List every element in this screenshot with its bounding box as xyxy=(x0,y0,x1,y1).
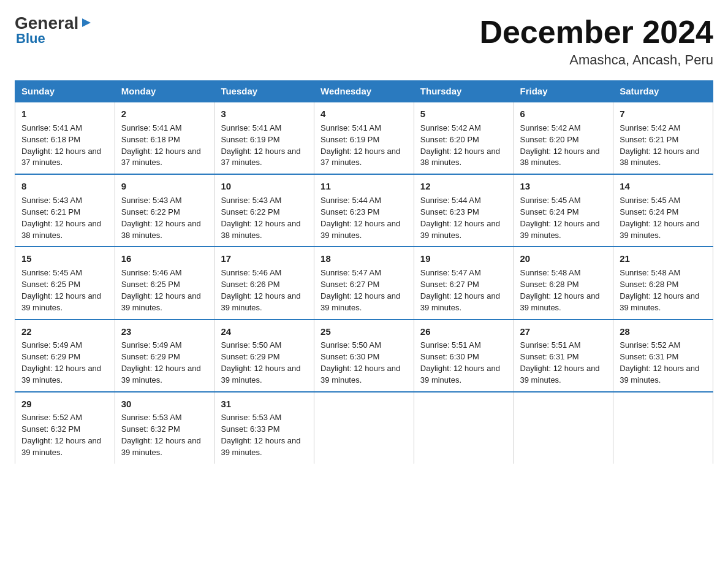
sunrise-text: Sunrise: 5:41 AM xyxy=(21,123,82,132)
daylight-text: Daylight: 12 hours and 39 minutes. xyxy=(221,364,300,385)
sunrise-text: Sunrise: 5:42 AM xyxy=(620,123,680,132)
calendar-cell: 27Sunrise: 5:51 AMSunset: 6:31 PMDayligh… xyxy=(514,320,613,392)
sunrise-text: Sunrise: 5:52 AM xyxy=(620,340,680,350)
calendar-cell: 15Sunrise: 5:45 AMSunset: 6:25 PMDayligh… xyxy=(15,247,115,319)
calendar-cell: 22Sunrise: 5:49 AMSunset: 6:29 PMDayligh… xyxy=(15,320,115,392)
sunrise-text: Sunrise: 5:48 AM xyxy=(520,268,581,277)
day-number: 28 xyxy=(620,325,707,339)
day-number: 20 xyxy=(520,252,607,266)
day-number: 25 xyxy=(320,325,408,339)
calendar-cell: 16Sunrise: 5:46 AMSunset: 6:25 PMDayligh… xyxy=(115,247,214,319)
day-number: 12 xyxy=(420,180,507,193)
daylight-text: Daylight: 12 hours and 38 minutes. xyxy=(21,219,101,240)
day-number: 9 xyxy=(121,180,208,193)
sunrise-text: Sunrise: 5:41 AM xyxy=(121,123,182,132)
calendar-cell: 31Sunrise: 5:53 AMSunset: 6:33 PMDayligh… xyxy=(214,392,314,464)
sunset-text: Sunset: 6:21 PM xyxy=(620,135,678,144)
day-number: 5 xyxy=(420,107,507,121)
sunset-text: Sunset: 6:32 PM xyxy=(21,424,80,434)
sunrise-text: Sunrise: 5:43 AM xyxy=(221,196,281,205)
sunrise-text: Sunrise: 5:43 AM xyxy=(21,196,82,205)
daylight-text: Daylight: 12 hours and 38 minutes. xyxy=(620,147,699,167)
daylight-text: Daylight: 12 hours and 38 minutes. xyxy=(420,147,500,167)
daylight-text: Daylight: 12 hours and 37 minutes. xyxy=(320,147,400,167)
calendar-cell: 19Sunrise: 5:47 AMSunset: 6:27 PMDayligh… xyxy=(414,247,514,319)
sunrise-text: Sunrise: 5:44 AM xyxy=(320,196,381,205)
calendar-cell: 24Sunrise: 5:50 AMSunset: 6:29 PMDayligh… xyxy=(214,320,314,392)
calendar-cell: 11Sunrise: 5:44 AMSunset: 6:23 PMDayligh… xyxy=(314,174,414,247)
sunrise-text: Sunrise: 5:45 AM xyxy=(21,268,82,277)
daylight-text: Daylight: 12 hours and 39 minutes. xyxy=(221,436,300,457)
calendar-week-row: 22Sunrise: 5:49 AMSunset: 6:29 PMDayligh… xyxy=(15,320,713,392)
svg-marker-0 xyxy=(82,18,91,27)
col-sunday: Sunday xyxy=(15,81,115,102)
calendar-week-row: 8Sunrise: 5:43 AMSunset: 6:21 PMDaylight… xyxy=(15,174,713,247)
col-friday: Friday xyxy=(514,81,613,102)
logo-triangle-icon xyxy=(80,16,93,29)
day-number: 21 xyxy=(620,252,707,266)
daylight-text: Daylight: 12 hours and 37 minutes. xyxy=(221,147,300,167)
day-number: 31 xyxy=(221,397,308,411)
calendar-cell xyxy=(414,392,514,464)
sunrise-text: Sunrise: 5:47 AM xyxy=(320,268,381,277)
sunset-text: Sunset: 6:21 PM xyxy=(21,207,80,216)
sunset-text: Sunset: 6:19 PM xyxy=(320,135,379,144)
sunset-text: Sunset: 6:30 PM xyxy=(420,352,479,361)
sunset-text: Sunset: 6:20 PM xyxy=(420,135,479,144)
sunrise-text: Sunrise: 5:50 AM xyxy=(221,340,281,350)
sunset-text: Sunset: 6:24 PM xyxy=(520,207,579,216)
calendar-week-row: 29Sunrise: 5:52 AMSunset: 6:32 PMDayligh… xyxy=(15,392,713,464)
day-number: 15 xyxy=(21,252,108,266)
sunset-text: Sunset: 6:20 PM xyxy=(520,135,579,144)
daylight-text: Daylight: 12 hours and 39 minutes. xyxy=(520,291,600,312)
sunrise-text: Sunrise: 5:42 AM xyxy=(520,123,581,132)
sunset-text: Sunset: 6:32 PM xyxy=(121,424,180,434)
calendar-cell: 17Sunrise: 5:46 AMSunset: 6:26 PMDayligh… xyxy=(214,247,314,319)
daylight-text: Daylight: 12 hours and 39 minutes. xyxy=(420,291,500,312)
location-title: Amashca, Ancash, Peru xyxy=(479,52,713,68)
daylight-text: Daylight: 12 hours and 39 minutes. xyxy=(520,219,600,240)
calendar-table: Sunday Monday Tuesday Wednesday Thursday… xyxy=(15,80,713,464)
day-number: 19 xyxy=(420,252,507,266)
day-number: 10 xyxy=(221,180,308,193)
calendar-cell: 1Sunrise: 5:41 AMSunset: 6:18 PMDaylight… xyxy=(15,102,115,174)
calendar-week-row: 1Sunrise: 5:41 AMSunset: 6:18 PMDaylight… xyxy=(15,102,713,174)
logo: General Blue xyxy=(15,15,93,47)
calendar-cell: 14Sunrise: 5:45 AMSunset: 6:24 PMDayligh… xyxy=(613,174,713,247)
calendar-cell: 8Sunrise: 5:43 AMSunset: 6:21 PMDaylight… xyxy=(15,174,115,247)
sunset-text: Sunset: 6:22 PM xyxy=(121,207,180,216)
sunset-text: Sunset: 6:29 PM xyxy=(121,352,180,361)
page-header: General Blue December 2024 Amashca, Anca… xyxy=(15,15,713,68)
sunset-text: Sunset: 6:28 PM xyxy=(620,280,678,289)
sunrise-text: Sunrise: 5:45 AM xyxy=(520,196,581,205)
calendar-cell: 20Sunrise: 5:48 AMSunset: 6:28 PMDayligh… xyxy=(514,247,613,319)
sunset-text: Sunset: 6:18 PM xyxy=(121,135,180,144)
sunrise-text: Sunrise: 5:50 AM xyxy=(320,340,381,350)
calendar-cell: 28Sunrise: 5:52 AMSunset: 6:31 PMDayligh… xyxy=(613,320,713,392)
daylight-text: Daylight: 12 hours and 39 minutes. xyxy=(121,436,201,457)
sunrise-text: Sunrise: 5:46 AM xyxy=(221,268,281,277)
daylight-text: Daylight: 12 hours and 39 minutes. xyxy=(121,291,201,312)
daylight-text: Daylight: 12 hours and 39 minutes. xyxy=(21,291,101,312)
daylight-text: Daylight: 12 hours and 39 minutes. xyxy=(320,219,400,240)
daylight-text: Daylight: 12 hours and 39 minutes. xyxy=(620,291,699,312)
day-number: 27 xyxy=(520,325,607,339)
sunrise-text: Sunrise: 5:43 AM xyxy=(121,196,182,205)
sunrise-text: Sunrise: 5:49 AM xyxy=(121,340,182,350)
day-number: 7 xyxy=(620,107,707,121)
title-block: December 2024 Amashca, Ancash, Peru xyxy=(479,15,713,68)
sunset-text: Sunset: 6:23 PM xyxy=(320,207,379,216)
sunrise-text: Sunrise: 5:41 AM xyxy=(221,123,281,132)
sunset-text: Sunset: 6:31 PM xyxy=(520,352,579,361)
daylight-text: Daylight: 12 hours and 39 minutes. xyxy=(520,364,600,385)
sunrise-text: Sunrise: 5:42 AM xyxy=(420,123,481,132)
sunset-text: Sunset: 6:27 PM xyxy=(320,280,379,289)
month-title: December 2024 xyxy=(479,15,713,50)
sunrise-text: Sunrise: 5:44 AM xyxy=(420,196,481,205)
sunrise-text: Sunrise: 5:51 AM xyxy=(420,340,481,350)
calendar-cell: 9Sunrise: 5:43 AMSunset: 6:22 PMDaylight… xyxy=(115,174,214,247)
daylight-text: Daylight: 12 hours and 39 minutes. xyxy=(320,291,400,312)
daylight-text: Daylight: 12 hours and 39 minutes. xyxy=(320,364,400,385)
calendar-cell: 23Sunrise: 5:49 AMSunset: 6:29 PMDayligh… xyxy=(115,320,214,392)
sunset-text: Sunset: 6:19 PM xyxy=(221,135,279,144)
